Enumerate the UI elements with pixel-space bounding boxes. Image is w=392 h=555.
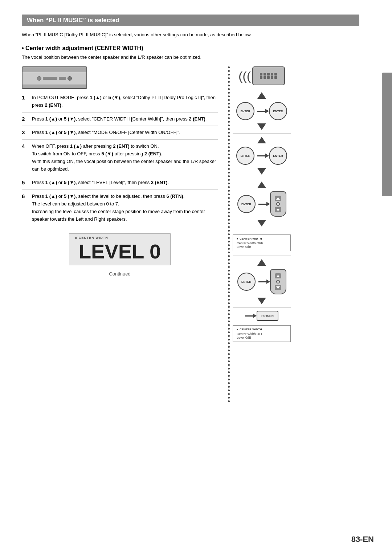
- handheld-arrow-up-3: [276, 197, 280, 200]
- dots-divider: [225, 66, 233, 402]
- signal-icon: (((: [238, 69, 251, 83]
- display-box-2: CENTER WIDTH Center Width OFF Level 0dB: [233, 325, 291, 342]
- intro-text: When “PL II MUSIC [Dolby PL II MUSIC]” i…: [22, 31, 359, 38]
- arrow-right-3: [258, 204, 267, 205]
- enter-btn-1b: ENTER: [269, 102, 287, 120]
- arrow-right-1: [257, 111, 266, 112]
- enter-btn-1a: ENTER: [236, 102, 254, 120]
- return-btn: RETURN: [257, 311, 278, 321]
- right-tab: [382, 73, 392, 196]
- handheld-circle-5: [276, 280, 280, 283]
- display-box-1-line1: Center Width OFF: [237, 241, 287, 245]
- step-6: 6 Press 1 (▲) or 5 (▼), select the level…: [22, 193, 218, 226]
- vis-step-3: ENTER: [233, 178, 291, 230]
- display-box-1-line2: Level 0dB: [237, 245, 287, 249]
- arrow-down-3: [257, 220, 266, 227]
- step-3-content: Press 1 (▲) or 5 (▼), select "MODE ON/OF…: [32, 129, 180, 136]
- arrow-down-1: [257, 123, 266, 130]
- arrow-right-2: [257, 155, 266, 156]
- vis-step-6: RETURN CENTER WIDTH Center Width OFF Lev…: [233, 308, 291, 346]
- handheld-btn-down-5: [275, 285, 281, 290]
- level-display-title: CENTER WIDTH: [75, 236, 164, 240]
- handheld-circle-3: [276, 202, 280, 206]
- handheld-btn-up-5: [275, 273, 281, 278]
- display-box-2-title: CENTER WIDTH: [237, 328, 287, 331]
- arrow-down-5: [257, 298, 266, 304]
- step-6-content: Press 1 (▲) or 5 (▼), select the level t…: [32, 193, 218, 223]
- vis-step-2: ENTER ENTER: [233, 134, 291, 178]
- enter-row-5: ENTER: [237, 269, 286, 294]
- handheld-remote-5: [270, 269, 286, 294]
- step-4: 4 When OFF, press 1 (▲) after pressing 2…: [22, 143, 218, 176]
- handheld-arrow-up-5: [276, 275, 280, 277]
- display-box-1-title: CENTER WIDTH: [237, 237, 287, 240]
- right-visuals: (((: [233, 66, 291, 402]
- step-4-content: When OFF, press 1 (▲) after pressing 2 (…: [32, 143, 218, 173]
- arrow-right-5: [258, 281, 267, 282]
- handheld-arrow-down-5: [276, 286, 280, 289]
- arrow-up-5: [257, 259, 266, 266]
- handheld-remote-3: [270, 191, 286, 217]
- arrow-down-2: [257, 168, 266, 175]
- subtitle-desc: The vocal position between the center sp…: [22, 54, 359, 61]
- level-display: CENTER WIDTH LEVEL 0: [69, 233, 171, 265]
- vis-step-5: ENTER: [233, 256, 291, 308]
- handheld-btn-down-3: [275, 207, 281, 212]
- page-number: 83-EN: [351, 535, 374, 544]
- handheld-btn-up-3: [275, 196, 281, 201]
- step-5-content: Press 1 (▲) or 5 (▼), select "LEVEL [Lev…: [32, 179, 169, 187]
- level-display-value: LEVEL 0: [75, 240, 164, 263]
- remote-unit: [252, 66, 285, 85]
- step-5-num: 5: [22, 179, 28, 187]
- step-3-num: 3: [22, 129, 28, 136]
- enter-row-1: ENTER ENTER: [236, 102, 287, 120]
- arrow-up-2: [257, 137, 266, 143]
- vis-step-1: ENTER ENTER: [233, 89, 291, 134]
- display-box-2-line2: Level 0dB: [237, 336, 287, 339]
- step-5: 5 Press 1 (▲) or 5 (▼), select "LEVEL [L…: [22, 179, 218, 190]
- return-row: RETURN: [245, 311, 278, 321]
- section-header: When “PL II MUSIC” is selected: [22, 15, 359, 26]
- step-1-content: In PCM OUT MODE, press 1 (▲) or 5 (▼), s…: [32, 94, 218, 109]
- step-2: 2 Press 1 (▲) or 5 (▼), select "CENTER W…: [22, 115, 218, 126]
- level-display-area: CENTER WIDTH LEVEL 0 Continued: [22, 230, 218, 277]
- enter-btn-2b: ENTER: [269, 147, 287, 165]
- arrow-right-6: [245, 315, 254, 317]
- enter-btn-2a: ENTER: [236, 147, 254, 165]
- arrow-up-1: [257, 92, 266, 99]
- step-1: 1 In PCM OUT MODE, press 1 (▲) or 5 (▼),…: [22, 94, 218, 113]
- step-6-num: 6: [22, 193, 28, 223]
- vis-step-4: CENTER WIDTH Center Width OFF Level 0dB: [233, 230, 291, 256]
- remote-top: (((: [238, 66, 285, 85]
- display-box-1: CENTER WIDTH Center Width OFF Level 0dB: [233, 234, 291, 251]
- device-unit-image: [22, 66, 87, 89]
- arrow-up-3: [257, 181, 266, 188]
- handheld-arrow-down-3: [276, 209, 280, 211]
- step-2-content: Press 1 (▲) or 5 (▼), select "CENTER WID…: [32, 115, 207, 123]
- step-1-num: 1: [22, 94, 28, 109]
- enter-btn-3: ENTER: [237, 195, 256, 213]
- step-3: 3 Press 1 (▲) or 5 (▼), select "MODE ON/…: [22, 129, 218, 140]
- enter-btn-5: ENTER: [237, 273, 256, 291]
- enter-row-2: ENTER ENTER: [236, 147, 287, 165]
- enter-row-3: ENTER: [237, 191, 286, 217]
- step-2-num: 2: [22, 115, 28, 123]
- display-box-2-line1: Center Width OFF: [237, 332, 287, 336]
- subtitle: Center width adjustment (CENTER WIDTH): [22, 45, 359, 52]
- continued-label: Continued: [109, 271, 130, 277]
- step-4-num: 4: [22, 143, 28, 173]
